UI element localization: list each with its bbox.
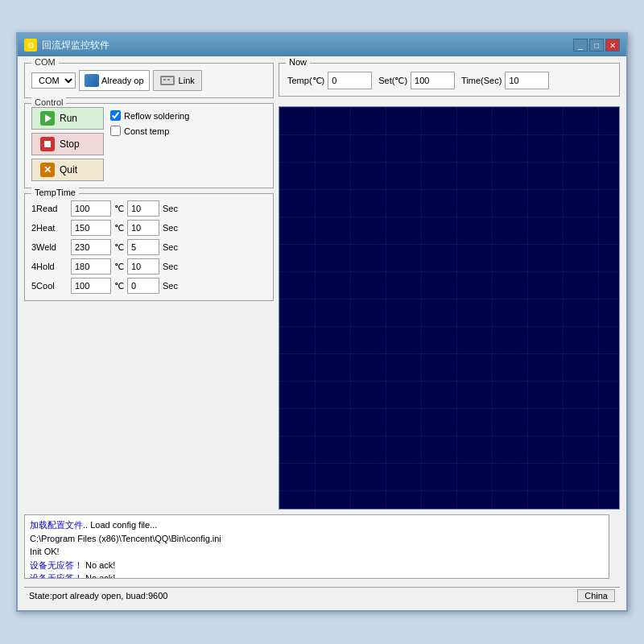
stop-square-icon bbox=[44, 141, 51, 147]
temp-row-5: 5Cool ℃ Sec bbox=[31, 278, 266, 294]
temp-row-label-3: 3Weld bbox=[31, 242, 68, 252]
temp-unit-1: ℃ bbox=[114, 204, 124, 214]
quit-button[interactable]: ✕ Quit bbox=[31, 159, 104, 181]
svg-rect-2 bbox=[163, 79, 166, 80]
temp-unit-5: ℃ bbox=[114, 281, 124, 291]
temp-time-group: TempTime 1Read ℃ Sec 2Heat ℃ Sec 3Weld ℃… bbox=[24, 193, 274, 301]
run-triangle-icon bbox=[45, 114, 52, 122]
temp-time-group-label: TempTime bbox=[31, 188, 79, 197]
now-group-label: Now bbox=[286, 57, 310, 67]
com-group-label: COM bbox=[31, 57, 59, 67]
link-label: Link bbox=[179, 76, 195, 85]
link-icon bbox=[160, 74, 176, 87]
temp-row-input-5[interactable] bbox=[71, 278, 111, 294]
stop-label: Stop bbox=[60, 138, 80, 150]
chart-area: 500℃ bbox=[279, 106, 620, 510]
title-bar-title: ⚙ 回流焊监控软件 bbox=[24, 39, 109, 52]
title-bar: ⚙ 回流焊监控软件 _ □ ✕ bbox=[18, 34, 626, 56]
sec-unit-4: Sec bbox=[163, 262, 178, 271]
log-line: 加载配置文件.. Load config file... bbox=[30, 518, 614, 532]
reflow-checkbox-row[interactable]: Reflow soldering bbox=[110, 110, 189, 121]
log-scrollbar[interactable] bbox=[609, 514, 620, 579]
temp-field: Temp(℃) bbox=[287, 72, 372, 89]
set-input[interactable] bbox=[411, 72, 455, 89]
already-icon bbox=[85, 74, 99, 87]
temp-row-4: 4Hold ℃ Sec bbox=[31, 258, 266, 275]
const-checkbox-row[interactable]: Const temp bbox=[110, 126, 189, 136]
checkboxes: Reflow soldering Const temp bbox=[110, 107, 189, 181]
time-field-label: Time(Sec) bbox=[461, 76, 502, 85]
temp-field-label: Temp(℃) bbox=[287, 76, 324, 86]
temp-row-input-2[interactable] bbox=[71, 220, 111, 236]
log-line: 设备无应答！ No ack! bbox=[30, 572, 614, 579]
sec-row-input-5[interactable] bbox=[127, 278, 159, 294]
com-group: COM COM1 COM2 COM3 Already op bbox=[24, 63, 274, 98]
reflow-checkbox[interactable] bbox=[110, 110, 121, 121]
temp-row-input-1[interactable] bbox=[71, 200, 111, 217]
main-content: COM COM1 COM2 COM3 Already op bbox=[18, 56, 626, 610]
log-line: Init OK! bbox=[30, 545, 614, 559]
temp-row-input-4[interactable] bbox=[71, 258, 111, 275]
run-icon bbox=[40, 111, 55, 126]
app-icon: ⚙ bbox=[24, 39, 37, 52]
minimize-button[interactable]: _ bbox=[573, 39, 588, 52]
control-buttons: Run Stop ✕ Quit bbox=[31, 107, 104, 181]
com-select[interactable]: COM1 COM2 COM3 bbox=[31, 72, 76, 89]
quit-icon: ✕ bbox=[40, 163, 55, 177]
sec-row-input-3[interactable] bbox=[127, 239, 159, 255]
temp-row-input-3[interactable] bbox=[71, 239, 111, 255]
svg-rect-5 bbox=[279, 107, 619, 509]
link-button[interactable]: Link bbox=[153, 70, 202, 91]
already-button[interactable]: Already op bbox=[79, 70, 150, 91]
run-button[interactable]: Run bbox=[31, 107, 104, 130]
china-button[interactable]: China bbox=[577, 589, 615, 602]
temp-unit-2: ℃ bbox=[114, 223, 124, 233]
main-window: ⚙ 回流焊监控软件 _ □ ✕ COM COM1 COM2 COM3 bbox=[16, 32, 628, 612]
sec-row-input-2[interactable] bbox=[127, 220, 159, 236]
status-text: State:port already open, buad:9600 bbox=[29, 591, 167, 601]
now-row: Temp(℃) Set(℃) Time(Sec) bbox=[287, 72, 611, 89]
window-title: 回流焊监控软件 bbox=[42, 39, 109, 52]
log-container: 加载配置文件.. Load config file...C:\Program F… bbox=[24, 514, 620, 579]
sec-unit-2: Sec bbox=[163, 223, 178, 233]
sec-unit-3: Sec bbox=[163, 242, 178, 252]
temp-unit-4: ℃ bbox=[114, 262, 124, 272]
right-panel: Now Temp(℃) Set(℃) Time(Sec) bbox=[279, 63, 620, 510]
main-layout: COM COM1 COM2 COM3 Already op bbox=[24, 63, 620, 510]
temp-row-label-5: 5Cool bbox=[31, 281, 68, 291]
const-checkbox[interactable] bbox=[110, 126, 121, 136]
svg-rect-3 bbox=[167, 79, 170, 80]
log-line: C:\Program Files (x86)\Tencent\QQ\Bin\co… bbox=[30, 532, 614, 546]
temp-rows: 1Read ℃ Sec 2Heat ℃ Sec 3Weld ℃ Sec 4Hol… bbox=[31, 200, 266, 294]
log-line: 设备无应答！ No ack! bbox=[30, 559, 614, 572]
temp-unit-3: ℃ bbox=[114, 242, 124, 253]
chart-grid bbox=[279, 107, 619, 509]
time-field: Time(Sec) bbox=[461, 72, 549, 89]
control-group-label: Control bbox=[31, 97, 66, 107]
set-field-label: Set(℃) bbox=[378, 76, 407, 86]
temp-row-label-1: 1Read bbox=[31, 204, 68, 213]
control-layout: Run Stop ✕ Quit bbox=[31, 107, 266, 181]
reflow-label: Reflow soldering bbox=[124, 111, 189, 121]
time-input[interactable] bbox=[505, 72, 549, 89]
temp-row-label-4: 4Hold bbox=[31, 262, 68, 271]
control-group: Control Run bbox=[24, 103, 274, 188]
temp-row-2: 2Heat ℃ Sec bbox=[31, 220, 266, 236]
sec-unit-1: Sec bbox=[163, 204, 178, 213]
maximize-button[interactable]: □ bbox=[589, 39, 604, 52]
const-label: Const temp bbox=[124, 126, 169, 136]
left-panel: COM COM1 COM2 COM3 Already op bbox=[24, 63, 274, 510]
now-group: Now Temp(℃) Set(℃) Time(Sec) bbox=[279, 63, 620, 97]
close-button[interactable]: ✕ bbox=[605, 39, 620, 52]
log-area: 加载配置文件.. Load config file...C:\Program F… bbox=[24, 514, 620, 579]
quit-label: Quit bbox=[60, 164, 77, 175]
com-row: COM1 COM2 COM3 Already op bbox=[31, 70, 266, 91]
temp-row-3: 3Weld ℃ Sec bbox=[31, 239, 266, 255]
sec-row-input-1[interactable] bbox=[127, 200, 159, 217]
sec-row-input-4[interactable] bbox=[127, 258, 159, 275]
temp-input[interactable] bbox=[328, 72, 372, 89]
title-controls: _ □ ✕ bbox=[573, 39, 620, 52]
stop-button[interactable]: Stop bbox=[31, 133, 104, 155]
already-label: Already op bbox=[101, 76, 144, 85]
temp-row-1: 1Read ℃ Sec bbox=[31, 200, 266, 217]
